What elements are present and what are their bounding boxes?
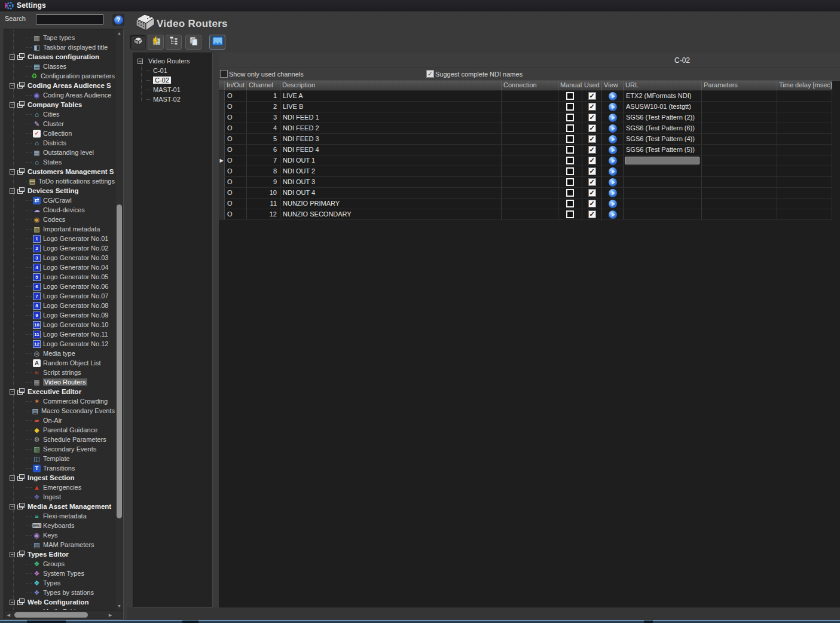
- view-play-icon[interactable]: [609, 135, 617, 143]
- used-checkbox[interactable]: ✓: [588, 210, 596, 218]
- sidebar-group-web-configuration[interactable]: −Web Configuration: [5, 597, 115, 607]
- sidebar-item-outstanding-level[interactable]: ▦Outstanding level: [5, 148, 115, 157]
- sidebar-item-ingest[interactable]: ❖Ingest: [5, 492, 115, 502]
- manual-checkbox[interactable]: [566, 167, 574, 175]
- sidebar-item-logo-generator-no-12[interactable]: 12Logo Generator No.12: [5, 339, 115, 349]
- sidebar-item-states[interactable]: ⌂States: [5, 157, 115, 167]
- sidebar-vertical-scrollbar[interactable]: ▲ ▼: [115, 30, 123, 610]
- sidebar-item-classes[interactable]: ▤Classes: [5, 62, 115, 71]
- sidebar-item-logo-generator-no-07[interactable]: 7Logo Generator No.07: [5, 291, 115, 301]
- column-header-url[interactable]: URL: [624, 81, 702, 90]
- used-checkbox[interactable]: ✓: [588, 92, 596, 100]
- table-row[interactable]: O9NDI OUT 3✓: [219, 177, 832, 188]
- collapse-icon[interactable]: −: [10, 600, 15, 605]
- sidebar-item-transitions[interactable]: TTransitions: [5, 463, 115, 473]
- used-checkbox[interactable]: ✓: [588, 146, 596, 154]
- row-gutter[interactable]: [219, 102, 225, 112]
- sidebar-item-random-object-list[interactable]: ARandom Object List: [5, 358, 115, 368]
- view-play-icon[interactable]: [609, 210, 617, 219]
- sidebar-item-media-type[interactable]: ◎Media type: [5, 349, 115, 358]
- filter-checkbox-show-only-used-channels[interactable]: [220, 70, 228, 78]
- used-checkbox[interactable]: ✓: [588, 114, 596, 121]
- sidebar-item-cg-crawl[interactable]: ⇄CG/Crawl: [5, 196, 115, 205]
- matrix-edit-button[interactable]: [148, 35, 164, 50]
- table-row[interactable]: O4NDI FEED 2✓SGS6 (Test Pattern (6)): [219, 123, 832, 134]
- router-tree-item-c-02[interactable]: C-02: [133, 75, 212, 85]
- row-gutter[interactable]: [219, 123, 225, 133]
- sidebar-hscroll-thumb[interactable]: [14, 612, 88, 618]
- filter-checkbox-suggest-complete-ndi-names[interactable]: ✓: [426, 70, 434, 78]
- collapse-icon[interactable]: −: [10, 504, 15, 509]
- column-header-in-out[interactable]: In/Out: [225, 81, 247, 90]
- row-gutter[interactable]: [219, 91, 225, 101]
- sidebar-item-mam-parameters[interactable]: ▤MAM Parameters: [5, 540, 115, 549]
- sidebar-item-logo-generator-no-02[interactable]: 2Logo Generator No.02: [5, 243, 115, 253]
- row-gutter[interactable]: [219, 198, 225, 209]
- sidebar-item-types[interactable]: ❖Types: [5, 578, 115, 588]
- sidebar-item-districts[interactable]: ⌂Districts: [5, 138, 115, 148]
- table-row[interactable]: ▶O7NDI OUT 1✓: [219, 155, 832, 166]
- sidebar-item-logo-generator-no-01[interactable]: 1Logo Generator No.01: [5, 234, 115, 243]
- column-header-manual[interactable]: Manual: [558, 81, 582, 90]
- tree-view-button[interactable]: [166, 35, 182, 50]
- sidebar-item-parental-guidance[interactable]: ◆Parental Guidance: [5, 425, 115, 435]
- row-gutter[interactable]: [219, 145, 225, 155]
- manual-checkbox[interactable]: [566, 103, 574, 111]
- sidebar-item-emergencies[interactable]: ▲Emergencies: [5, 482, 115, 492]
- manual-checkbox[interactable]: [566, 124, 574, 132]
- used-checkbox[interactable]: ✓: [588, 200, 596, 207]
- sidebar-group-customers-management-s[interactable]: −Customers Management S: [5, 167, 115, 176]
- sidebar-item-flexi-metadata[interactable]: ≡Flexi-metadata: [5, 511, 115, 521]
- sidebar-vscroll-thumb[interactable]: [117, 204, 122, 518]
- router-tree-root[interactable]: − Video Routers: [133, 56, 212, 66]
- manual-checkbox[interactable]: [566, 157, 574, 164]
- column-header-view[interactable]: View: [602, 81, 624, 90]
- sidebar-group-ingest-section[interactable]: −Ingest Section: [5, 473, 115, 482]
- column-header-parameters[interactable]: Parameters: [702, 81, 777, 90]
- table-row[interactable]: O12NUNZIO SECONDARY✓: [219, 209, 832, 220]
- view-play-icon[interactable]: [609, 114, 617, 122]
- used-checkbox[interactable]: ✓: [588, 167, 596, 175]
- sidebar-item-logo-generator-no-08[interactable]: 8Logo Generator No.08: [5, 301, 115, 310]
- url-edit-box[interactable]: [625, 157, 700, 164]
- sidebar-item-template[interactable]: ◫Template: [5, 454, 115, 463]
- collapse-icon[interactable]: −: [10, 83, 15, 88]
- scroll-left-arrow-icon[interactable]: ◀: [5, 611, 13, 619]
- sidebar-item-taskbar-displayed-title[interactable]: ◧Taskbar displayed title: [5, 42, 115, 52]
- used-checkbox[interactable]: ✓: [588, 124, 596, 132]
- manual-checkbox[interactable]: [566, 92, 574, 100]
- used-checkbox[interactable]: ✓: [588, 103, 596, 111]
- collapse-icon[interactable]: −: [10, 389, 15, 395]
- sidebar-item-types-by-stations[interactable]: ❖Types by stations: [5, 588, 115, 597]
- ndi-monitor-button[interactable]: [209, 35, 225, 50]
- row-gutter[interactable]: [219, 188, 225, 198]
- view-play-icon[interactable]: [609, 178, 617, 187]
- collapse-icon[interactable]: −: [10, 102, 15, 108]
- sidebar-group-media-asset-management[interactable]: −Media Asset Management: [5, 502, 115, 511]
- column-header-connection[interactable]: Connection: [502, 81, 558, 90]
- view-play-icon[interactable]: [609, 167, 617, 176]
- sidebar-item-logo-generator-no-11[interactable]: 11Logo Generator No.11: [5, 329, 115, 339]
- video-router-tool-button[interactable]: [130, 35, 146, 50]
- collapse-icon[interactable]: −: [138, 59, 143, 64]
- view-play-icon[interactable]: [609, 189, 617, 197]
- copy-button[interactable]: [185, 35, 201, 50]
- sidebar-group-coding-areas-audience-s[interactable]: −Coding Areas Audience S: [5, 81, 115, 90]
- sidebar-item-logo-generator-no-04[interactable]: 4Logo Generator No.04: [5, 262, 115, 272]
- sidebar-item-media-folder[interactable]: ●Media Folder: [5, 607, 115, 610]
- active-row-indicator[interactable]: ▶: [219, 155, 225, 166]
- help-button[interactable]: ?: [112, 14, 124, 26]
- used-checkbox[interactable]: ✓: [588, 178, 596, 186]
- view-play-icon[interactable]: [609, 103, 617, 111]
- row-gutter[interactable]: [219, 134, 225, 144]
- sidebar-item-system-types[interactable]: ❖System Types: [5, 569, 115, 578]
- sidebar-item-on-air[interactable]: ▰On-Air: [5, 416, 115, 425]
- view-play-icon[interactable]: [609, 92, 617, 100]
- sidebar-item-collection[interactable]: ✓Collection: [5, 129, 115, 138]
- manual-checkbox[interactable]: [566, 178, 574, 186]
- sidebar-item-video-routers[interactable]: ▦Video Routers: [5, 377, 115, 387]
- column-header-time-delay[interactable]: Time delay [msec]: [777, 81, 832, 90]
- sidebar-group-company-tables[interactable]: −Company Tables: [5, 100, 115, 109]
- sidebar-group-classes-configuration[interactable]: −Classes configuration: [5, 52, 115, 62]
- sidebar-item-logo-generator-no-10[interactable]: 10Logo Generator No.10: [5, 320, 115, 329]
